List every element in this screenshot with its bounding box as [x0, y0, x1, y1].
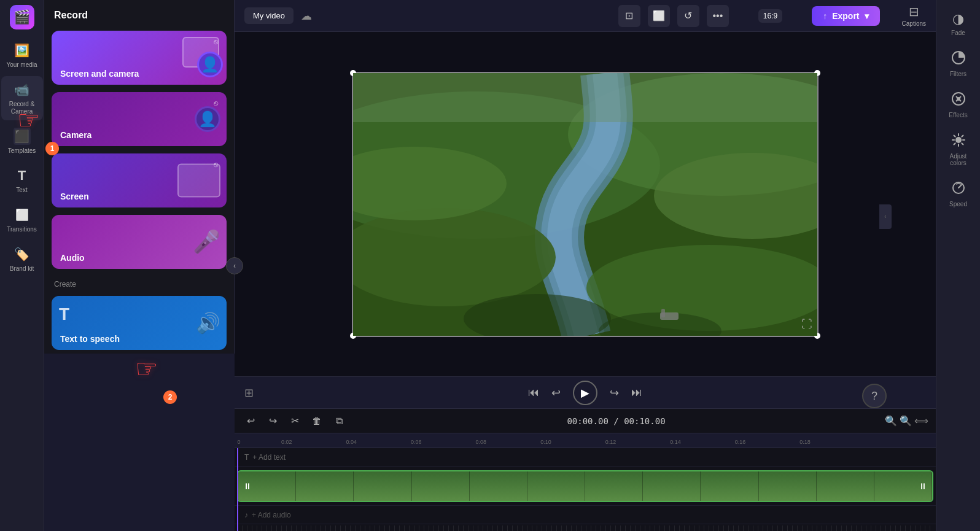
sidebar-label-text: Text	[16, 187, 27, 194]
tts-graphic: 🔊	[196, 311, 220, 335]
cut-button[interactable]: ✂	[286, 413, 303, 430]
add-text-button[interactable]: T + Add text	[235, 453, 295, 462]
duplicate-button[interactable]: ⧉	[330, 413, 348, 430]
zoom-out-button[interactable]: 🔍	[885, 415, 897, 427]
undo-icon: ↩	[247, 415, 255, 427]
play-pause-button[interactable]: ▶	[573, 381, 597, 405]
frame-4	[412, 471, 470, 501]
my-video-tab[interactable]: My video	[244, 7, 294, 24]
right-sidebar-item-fade[interactable]: ◑ Fade	[938, 5, 979, 42]
expand-right-panel-button[interactable]: ‹	[879, 204, 892, 229]
detach-button[interactable]: ⊞	[244, 386, 254, 400]
redo-button[interactable]: ↪	[264, 413, 281, 430]
create-title: Create	[44, 275, 234, 292]
track-end-icon: ⏸	[919, 481, 927, 491]
svg-line-23	[962, 136, 963, 137]
collapse-panel-button[interactable]: ‹	[226, 257, 243, 274]
mic-graphic: 🎤	[193, 229, 220, 255]
ruler-mark-3: 0:06	[411, 439, 422, 445]
ellipsis-icon: •••	[712, 10, 723, 21]
fade-icon: ◑	[952, 11, 964, 27]
export-button[interactable]: ↑ Export ▾	[812, 6, 879, 26]
music-note-icon: ♪	[244, 511, 248, 519]
ruler-label-5: 0:10	[540, 439, 551, 445]
ruler-mark-0: 0	[237, 439, 241, 445]
rewind-icon: ↩	[551, 386, 561, 400]
fit-timeline-button[interactable]: ⟺	[914, 415, 928, 427]
frame-3	[354, 471, 411, 501]
skip-start-button[interactable]: ⏮	[528, 386, 539, 399]
add-audio-label: + Add audio	[252, 511, 291, 519]
effects-icon	[952, 92, 965, 109]
left-sidebar: 🎬 🖼️ Your media 📹 Record & Camera ⬛ Temp…	[0, 0, 44, 531]
rewind-button[interactable]: ↩	[551, 386, 561, 400]
svg-line-24	[954, 143, 955, 144]
skip-end-icon: ⏭	[631, 386, 642, 399]
ruler-mark-5: 0:10	[540, 439, 551, 445]
camera-card[interactable]: ⎋ 👤 Camera	[52, 92, 227, 146]
video-canvas	[353, 73, 817, 336]
add-text-label: + Add text	[252, 453, 286, 462]
sidebar-item-text[interactable]: T Text	[1, 162, 43, 199]
sidebar-item-templates[interactable]: ⬛ Templates	[1, 123, 43, 160]
sidebar-item-record-camera[interactable]: 📹 Record & Camera	[1, 76, 43, 120]
tts-card[interactable]: 🔊 T Text to speech	[52, 296, 227, 350]
filters-icon	[952, 51, 965, 68]
audio-track-row: ♪ + Add audio	[235, 506, 936, 524]
help-button[interactable]: ?	[862, 384, 887, 408]
skip-end-button[interactable]: ⏭	[631, 386, 642, 399]
add-audio-button[interactable]: ♪ + Add audio	[235, 511, 301, 519]
ruler-mark-9: 0:18	[799, 439, 811, 445]
forward-icon: ↪	[610, 386, 619, 400]
crop-icon: ⊡	[625, 10, 633, 21]
playhead[interactable]	[237, 448, 238, 531]
time-display: 00:00.00 / 00:10.00	[352, 416, 880, 426]
screen-card[interactable]: ⎋ Screen	[52, 153, 227, 207]
transitions-icon: ⬜	[14, 206, 31, 223]
aspect-ratio-button[interactable]: ⬜	[648, 5, 670, 27]
crop-button[interactable]: ⊡	[618, 5, 640, 27]
video-area: ⛶	[235, 32, 936, 376]
speed-label: Speed	[949, 201, 967, 207]
play-icon: ▶	[581, 386, 589, 400]
right-sidebar-item-speed[interactable]: Speed	[938, 175, 979, 214]
screen-label: Screen	[60, 192, 89, 201]
fullscreen-button[interactable]: ⛶	[801, 318, 812, 331]
fade-label: Fade	[951, 29, 965, 36]
ruler-label-1: 0:02	[281, 439, 292, 445]
right-sidebar-item-filters[interactable]: Filters	[938, 45, 979, 83]
sidebar-item-transitions[interactable]: ⬜ Transitions	[1, 201, 43, 238]
more-options-button[interactable]: •••	[707, 5, 729, 27]
your-media-icon: 🖼️	[14, 42, 31, 59]
ruler-marks-container: 0 0:02 0:04 0:06 0:08 0:10 0:12	[235, 439, 936, 445]
audio-card[interactable]: 🎤 Audio	[52, 215, 227, 269]
screen-and-camera-card[interactable]: ⎋ 👤 Screen and camera	[52, 31, 227, 85]
rotate-button[interactable]: ↺	[677, 5, 699, 27]
sidebar-item-your-media[interactable]: 🖼️ Your media	[1, 37, 43, 74]
right-sidebar-item-effects[interactable]: Effects	[938, 86, 979, 125]
camera-label: Camera	[60, 130, 91, 140]
cloud-save-icon[interactable]: ☁	[301, 9, 312, 23]
delete-button[interactable]: 🗑	[308, 413, 325, 430]
zoom-controls: 🔍 🔍 ⟺	[885, 415, 928, 427]
forward-button[interactable]: ↪	[610, 386, 619, 400]
templates-icon: ⬛	[14, 128, 31, 145]
right-sidebar-item-adjust-colors[interactable]: Adjust colors	[938, 127, 979, 172]
captions-button[interactable]: ⊟ Captions	[902, 4, 926, 27]
right-sidebar: ◑ Fade Filters Effects	[936, 0, 980, 531]
frame-2	[296, 471, 354, 501]
video-preview: ⛶	[352, 72, 819, 337]
sidebar-label-templates: Templates	[8, 147, 36, 155]
frame-10	[759, 471, 817, 501]
ruler-mark-2: 0:04	[346, 439, 357, 445]
timeline-toolbar: ↩ ↪ ✂ 🗑 ⧉ 00:00.00 / 00:10.00 🔍	[235, 409, 936, 433]
frame-5	[470, 471, 527, 501]
sidebar-label-transitions: Transitions	[7, 226, 37, 233]
tts-label: Text to speech	[60, 334, 120, 344]
time-separator: /	[613, 416, 624, 426]
undo-button[interactable]: ↩	[242, 413, 259, 430]
sidebar-item-brand[interactable]: 🏷️ Brand kit	[1, 241, 43, 277]
zoom-in-button[interactable]: 🔍	[900, 415, 912, 427]
captions-label: Captions	[902, 20, 926, 27]
video-track[interactable]: ⏸ ⏸	[237, 470, 933, 502]
